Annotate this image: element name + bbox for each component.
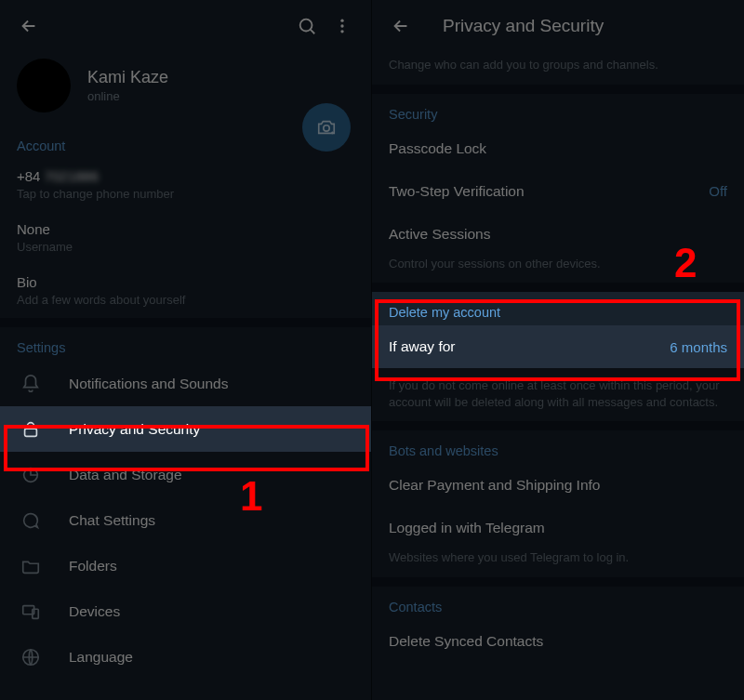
svg-point-4 — [324, 125, 329, 131]
delete-header: Delete my account — [372, 292, 744, 325]
phone-row[interactable]: +84 7021886 Tap to change phone number — [0, 159, 371, 212]
pie-icon — [17, 461, 45, 489]
annotation-1: 1 — [240, 473, 262, 520]
delete-synced-row[interactable]: Delete Synced Contacts — [372, 620, 744, 663]
settings-header: Settings — [0, 327, 371, 361]
delete-hint: If you do not come online at least once … — [372, 368, 744, 421]
settings-devices[interactable]: Devices — [0, 588, 371, 634]
logged-telegram-row[interactable]: Logged in with Telegram — [372, 507, 744, 549]
bots-header: Bots and websites — [372, 430, 744, 464]
annotation-2: 2 — [674, 240, 697, 286]
settings-language[interactable]: Language — [0, 634, 371, 680]
bell-icon — [17, 370, 45, 398]
chat-icon — [17, 507, 45, 535]
settings-data[interactable]: Data and Storage — [0, 452, 371, 497]
profile-status: online — [87, 89, 168, 103]
back-icon[interactable] — [11, 8, 46, 44]
search-icon[interactable] — [289, 8, 325, 44]
svg-point-1 — [340, 19, 343, 21]
svg-point-2 — [340, 24, 343, 27]
bio-row[interactable]: Bio Add a few words about yourself — [0, 265, 371, 318]
username-row[interactable]: None Username — [0, 212, 371, 265]
profile-name: Kami Kaze — [87, 68, 168, 87]
globe-icon — [17, 643, 45, 671]
svg-rect-5 — [25, 429, 37, 436]
settings-folders[interactable]: Folders — [0, 543, 371, 588]
passcode-row[interactable]: Passcode Lock — [372, 127, 744, 170]
settings-notifications[interactable]: Notifications and Sounds — [0, 361, 371, 406]
lock-icon — [17, 416, 45, 443]
folder-icon — [17, 552, 45, 580]
settings-chat[interactable]: Chat Settings — [0, 497, 371, 543]
two-step-row[interactable]: Two-Step Verification Off — [372, 170, 744, 213]
svg-point-0 — [300, 19, 312, 31]
if-away-row[interactable]: If away for 6 months — [372, 325, 744, 368]
avatar[interactable] — [17, 59, 71, 112]
security-header: Security — [372, 94, 744, 127]
settings-privacy[interactable]: Privacy and Security — [0, 406, 371, 452]
contacts-header: Contacts — [372, 587, 744, 620]
profile-header: Kami Kaze online — [0, 51, 371, 125]
clear-payment-row[interactable]: Clear Payment and Shipping Info — [372, 464, 744, 507]
devices-icon — [17, 598, 45, 626]
svg-point-3 — [340, 30, 343, 33]
groups-hint: Change who can add you to groups and cha… — [372, 51, 744, 85]
bots-hint: Websites where you used Telegram to log … — [372, 549, 744, 577]
page-title: Privacy and Security — [443, 16, 733, 36]
more-icon[interactable] — [325, 8, 360, 44]
camera-button[interactable] — [302, 103, 351, 152]
back-icon[interactable] — [383, 8, 418, 44]
